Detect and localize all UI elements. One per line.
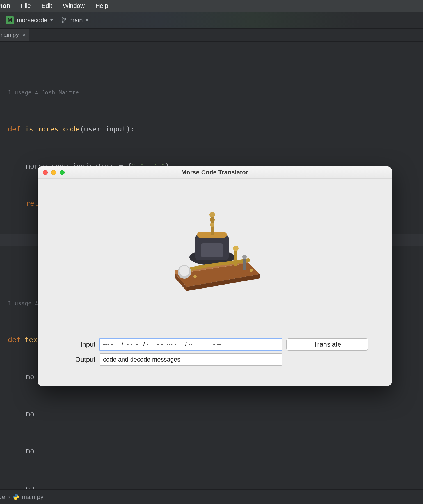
author-label: Josh Maitre bbox=[42, 88, 79, 97]
menubar-item-file[interactable]: File bbox=[19, 1, 32, 11]
chevron-down-icon bbox=[86, 19, 88, 21]
project-name: morsecode bbox=[17, 17, 47, 24]
menubar-app-name[interactable]: hon bbox=[0, 1, 12, 11]
breadcrumb-file: main.py bbox=[22, 493, 44, 501]
chevron-down-icon bbox=[50, 19, 53, 21]
tab-filename: nain.py bbox=[1, 32, 19, 38]
app-body: Input --- -.. . / .- -. -.. / -.. . -.-.… bbox=[38, 179, 392, 386]
input-entry[interactable]: --- -.. . / .- -. -.. / -.. . -.-. --- -… bbox=[100, 338, 282, 351]
input-value: --- -.. . / .- -. -.. / -.. . -.-. --- -… bbox=[103, 341, 233, 348]
svg-rect-20 bbox=[243, 257, 246, 270]
code-line: mo bbox=[8, 408, 423, 420]
editor-tab-main-py[interactable]: nain.py × bbox=[0, 29, 30, 41]
system-menubar: hon File Edit Window Help bbox=[0, 0, 423, 12]
svg-point-2 bbox=[65, 18, 66, 20]
project-badge[interactable]: M bbox=[6, 16, 14, 24]
ide-toolbar: M morsecode main bbox=[0, 12, 423, 29]
python-file-icon bbox=[13, 494, 19, 500]
person-icon bbox=[34, 90, 39, 95]
breadcrumb[interactable]: de › main.py bbox=[0, 489, 423, 504]
svg-point-0 bbox=[62, 17, 63, 19]
telegraph-key-image bbox=[164, 201, 265, 294]
svg-point-12 bbox=[209, 212, 215, 217]
svg-point-22 bbox=[193, 275, 197, 278]
output-label: Output bbox=[65, 356, 95, 364]
svg-rect-18 bbox=[234, 249, 237, 266]
text-caret bbox=[234, 341, 234, 348]
breadcrumb-fragment: de bbox=[0, 493, 5, 501]
output-value: code and decode messages bbox=[103, 356, 180, 363]
project-selector[interactable]: morsecode bbox=[17, 17, 56, 24]
svg-point-13 bbox=[210, 217, 215, 222]
window-titlebar[interactable]: Morse Code Translator bbox=[38, 166, 392, 179]
svg-point-19 bbox=[233, 246, 239, 251]
menubar-item-help[interactable]: Help bbox=[94, 1, 110, 11]
editor-tabs: nain.py × bbox=[0, 29, 423, 42]
svg-point-21 bbox=[242, 255, 247, 259]
svg-point-1 bbox=[62, 21, 63, 23]
branch-name: main bbox=[69, 17, 83, 24]
svg-point-17 bbox=[179, 266, 189, 276]
git-branch-icon bbox=[61, 17, 67, 23]
output-entry[interactable]: code and decode messages bbox=[100, 353, 282, 366]
close-icon[interactable]: × bbox=[23, 32, 26, 38]
window-title: Morse Code Translator bbox=[38, 169, 392, 176]
svg-point-14 bbox=[210, 223, 214, 227]
breadcrumb-separator: › bbox=[8, 493, 10, 501]
svg-point-23 bbox=[250, 269, 253, 272]
input-row: Input --- -.. . / .- -. -.. / -.. . -.-.… bbox=[65, 338, 368, 351]
output-row: Output code and decode messages bbox=[65, 353, 282, 366]
code-line: def is_mores_code(user_input): bbox=[8, 123, 423, 135]
translate-button[interactable]: Translate bbox=[286, 338, 368, 351]
menubar-item-edit[interactable]: Edit bbox=[40, 1, 54, 11]
usages-label: 1 usage bbox=[8, 299, 31, 307]
branch-selector[interactable]: main bbox=[69, 17, 91, 24]
code-lens[interactable]: 1 usage Josh Maitre bbox=[8, 88, 423, 97]
menubar-item-window[interactable]: Window bbox=[61, 1, 86, 11]
code-line: mo bbox=[8, 445, 423, 457]
svg-rect-10 bbox=[201, 243, 223, 257]
input-label: Input bbox=[65, 340, 95, 348]
usages-label: 1 usage bbox=[8, 88, 31, 97]
app-window-morse-translator: Morse Code Translator bbox=[38, 166, 392, 386]
